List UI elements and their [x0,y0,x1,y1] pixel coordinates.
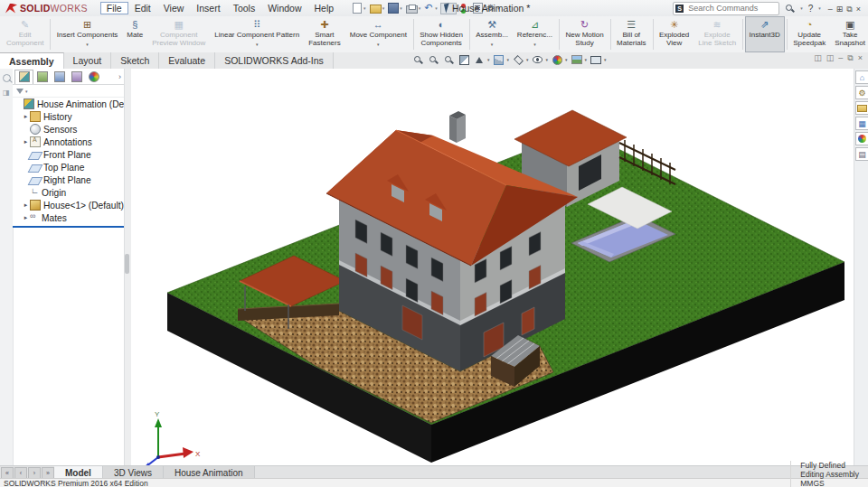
show-hidden-components-button[interactable]: Show HiddenComponents [415,16,467,52]
linear-component-pattern-dropdown-icon[interactable]: ▾ [256,41,259,49]
help-dropdown-icon[interactable]: ▾ [818,5,821,11]
minimize-button[interactable]: – [826,5,835,14]
display-style-icon[interactable] [512,53,524,66]
pane-left-button[interactable]: ◫ [814,53,822,63]
undo-dropdown-icon[interactable]: ▾ [435,5,438,11]
menu-insert[interactable]: Insert [190,2,226,14]
tree-item-house-animation-default-[interactable]: House Animation (Default) [13,98,124,110]
menu-view[interactable]: View [157,2,191,14]
close-button[interactable]: × [854,5,863,14]
hide-show-items-dropdown-icon[interactable]: ▾ [546,57,549,62]
configurationmanager-tab[interactable] [51,70,68,83]
tree-item-sensors[interactable]: Sensors [13,123,124,136]
display-style-dropdown-icon[interactable]: ▾ [526,57,529,62]
maximize-button[interactable]: ⊞ [835,5,845,14]
apply-scene-dropdown-icon[interactable]: ▾ [585,57,588,62]
exploded-view-button[interactable]: ExplodedView [655,16,693,52]
zoom-fit-icon[interactable] [411,53,424,66]
print-dropdown-icon[interactable]: ▾ [419,5,421,11]
appearances-button[interactable] [855,132,868,145]
restore-button[interactable]: ⧉ [844,5,854,14]
menu-file[interactable]: File [100,2,128,14]
tree-item-house-1-default-[interactable]: ▸House<1> (Default) [13,199,124,211]
section-view-icon[interactable] [458,53,470,66]
new-dropdown-icon[interactable]: ▾ [363,5,366,11]
reference-geometry-button[interactable]: Referenc...▾ [513,16,557,52]
menu-window[interactable]: Window [261,2,307,14]
view-orientation-icon[interactable] [493,53,505,66]
print-button[interactable]: ▾ [405,4,422,14]
doc-tab-house-animation[interactable]: House Animation [164,466,255,479]
view-settings-dropdown-icon[interactable]: ▾ [604,57,607,62]
hide-show-items-icon[interactable] [532,53,544,66]
tab-layout[interactable]: Layout [64,52,112,69]
filter-icon[interactable] [16,89,24,94]
move-component-button[interactable]: Move Component▾ [345,16,411,52]
expand-arrow-icon[interactable]: ▸ [22,113,30,120]
splitter-handle[interactable] [125,254,129,274]
propertymanager-tab[interactable] [33,70,51,83]
tree-item-right-plane[interactable]: Right Plane [13,173,124,186]
tree-item-annotations[interactable]: ▸Annotations [13,136,124,148]
tree-item-front-plane[interactable]: Front Plane [13,148,124,161]
open-dropdown-icon[interactable]: ▾ [382,5,385,11]
assembly-features-dropdown-icon[interactable]: ▾ [491,41,494,49]
displaymanager-tab[interactable] [85,70,102,83]
apply-scene-icon[interactable] [571,53,583,66]
doc-restore-button[interactable]: ⧉ [847,53,853,63]
status-units[interactable]: MMGS [790,479,868,487]
expand-arrow-icon[interactable]: ▸ [22,138,30,145]
new-button[interactable]: ▾ [351,3,367,14]
zoom-area-icon[interactable] [427,53,439,66]
menu-help[interactable]: Help [308,2,341,14]
expand-arrow-icon[interactable]: ▸ [22,201,30,209]
tab-evaluate[interactable]: Evaluate [159,52,215,69]
previous-view-icon[interactable] [442,53,455,66]
new-motion-study-button[interactable]: New MotionStudy [561,16,608,52]
pin-icon[interactable] [3,74,11,82]
dimxpertmanager-tab[interactable] [68,70,85,83]
smart-fasteners-button[interactable]: SmartFasteners [304,16,345,52]
move-component-dropdown-icon[interactable]: ▾ [377,41,380,49]
dynamic-annotation-views-icon[interactable] [473,53,486,66]
featuremanager-tab[interactable] [14,70,33,84]
tree-item-origin[interactable]: Origin [13,186,124,199]
pane-right-button[interactable]: ◫ [826,53,835,63]
tree-item-top-plane[interactable]: Top Plane [13,161,124,173]
filter-dropdown-icon[interactable]: ▾ [25,89,28,94]
insert-components-button[interactable]: Insert Components▾ [52,16,123,52]
file-explorer-button[interactable] [855,117,868,130]
tree-item-mates[interactable]: ▸Mates [13,211,124,224]
home-button[interactable] [855,70,868,84]
tree-filter-row[interactable]: ▾ [13,85,124,98]
tab-sketch[interactable]: Sketch [111,52,159,69]
design-library-button[interactable] [855,101,868,115]
custom-properties-button[interactable] [855,147,868,161]
resources-button[interactable] [855,86,868,99]
search-dropdown-icon[interactable]: ▾ [800,5,803,11]
edit-appearance-icon[interactable] [551,53,563,66]
graphics-area[interactable]: Y X [131,69,854,465]
help-button[interactable]: ? [808,4,814,14]
view-orientation-dropdown-icon[interactable]: ▾ [507,57,510,62]
tree-item-history[interactable]: ▸History [13,110,124,123]
viewport-3d-scene[interactable]: Y X [131,69,854,465]
menu-edit[interactable]: Edit [128,2,157,14]
doc-close-button[interactable]: × [858,53,863,63]
expand-arrow-icon[interactable]: ▸ [22,214,30,221]
save-button[interactable]: ▾ [387,3,403,14]
update-speedpak-button[interactable]: UpdateSpeedpak [788,16,830,52]
edit-appearance-dropdown-icon[interactable]: ▾ [565,57,568,62]
open-button[interactable]: ▾ [369,3,386,14]
search-box[interactable]: S [673,2,779,15]
save-dropdown-icon[interactable]: ▾ [400,5,402,11]
view-settings-icon[interactable] [590,53,602,66]
linear-component-pattern-button[interactable]: Linear Component Pattern▾ [210,16,304,52]
reference-geometry-dropdown-icon[interactable]: ▾ [533,41,536,49]
insert-components-dropdown-icon[interactable]: ▾ [86,41,89,49]
tab-solidworks-add-ins[interactable]: SOLIDWORKS Add-Ins [215,52,334,69]
assembly-features-button[interactable]: Assemb...▾ [471,16,513,52]
doc-tab-model[interactable]: Model [54,466,103,479]
bill-of-materials-button[interactable]: Bill ofMaterials [612,16,650,52]
instant3d-button[interactable]: Instant3D [745,16,785,52]
